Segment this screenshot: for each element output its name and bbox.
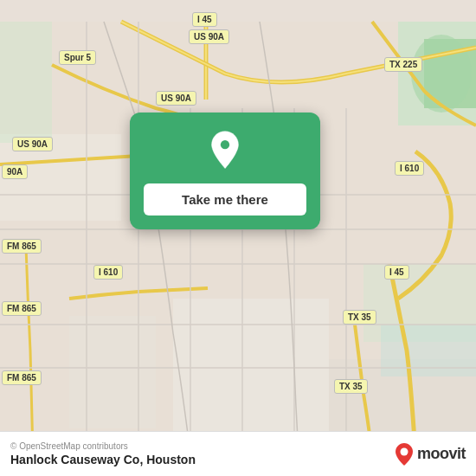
svg-rect-8 — [0, 22, 52, 143]
road-label-i610-bottom: I 610 — [93, 265, 123, 280]
road-label-i610-right: I 610 — [395, 161, 424, 176]
road-label-tx225: TX 225 — [384, 57, 422, 72]
svg-rect-10 — [381, 325, 476, 376]
svg-rect-6 — [69, 316, 156, 428]
road-label-i45-top: I 45 — [192, 12, 217, 27]
moovit-logo: moovit — [395, 442, 466, 466]
road-label-tx35-top: TX 35 — [343, 310, 376, 325]
road-label-fm865-bottom: FM 865 — [2, 370, 42, 385]
road-label-fm865-top: FM 865 — [2, 239, 42, 254]
map-container: I 45 US 90A Spur 5 US 90A US 90A 90A TX … — [0, 0, 476, 476]
bottom-left-info: © OpenStreetMap contributors Hanlock Cau… — [10, 441, 196, 466]
road-label-us90a-top: US 90A — [189, 29, 229, 44]
popup-card: Take me there — [130, 113, 320, 229]
osm-attribution: © OpenStreetMap contributors — [10, 441, 196, 451]
svg-rect-5 — [173, 299, 329, 446]
bottom-bar: © OpenStreetMap contributors Hanlock Cau… — [0, 431, 476, 476]
road-label-fm865-mid: FM 865 — [2, 301, 42, 316]
svg-point-3 — [411, 35, 472, 113]
road-label-i45-mid: I 45 — [384, 265, 409, 280]
moovit-text: moovit — [417, 445, 466, 463]
svg-point-25 — [400, 447, 408, 455]
road-label-90a-left: 90A — [2, 164, 28, 179]
road-label-spur5: Spur 5 — [59, 50, 96, 65]
take-me-there-button[interactable]: Take me there — [144, 183, 306, 215]
moovit-pin-icon — [395, 442, 414, 466]
svg-point-24 — [221, 140, 229, 149]
location-title: Hanlock Causeway Co, Houston — [10, 453, 196, 466]
road-label-tx35-bottom: TX 35 — [334, 379, 368, 394]
road-label-us90a-mid: US 90A — [156, 91, 196, 106]
location-pin-icon — [204, 130, 246, 171]
road-label-us90a-left: US 90A — [12, 137, 53, 151]
